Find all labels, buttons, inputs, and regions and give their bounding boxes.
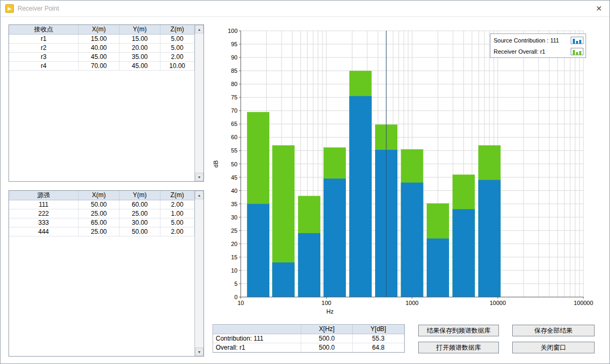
header-cell: Y(m) [120, 25, 160, 34]
table-cell[interactable]: 60.00 [120, 200, 160, 209]
cursor-readout-table: X[Hz]Y[dB] Contribution: 111500.055.3Ove… [213, 324, 405, 353]
table-cell[interactable]: 25.00 [79, 227, 120, 236]
table-cell[interactable]: 2.00 [160, 200, 194, 209]
table-cell[interactable]: 45.00 [79, 53, 120, 62]
table-cell[interactable]: 222 [9, 209, 79, 218]
scroll-down-icon[interactable]: ▼ [195, 173, 204, 181]
table-cell[interactable]: r4 [9, 62, 79, 71]
table-cell[interactable]: r3 [9, 53, 79, 62]
window-title: Receiver Point [18, 5, 59, 12]
table-cell[interactable]: 50.00 [120, 227, 160, 236]
table-row[interactable]: 11150.0060.002.00 [9, 200, 194, 209]
table-cell[interactable]: 1.00 [160, 209, 194, 218]
save-all-results-button[interactable]: 保存全部结果 [512, 325, 595, 336]
table-cell[interactable]: 2.00 [160, 227, 194, 236]
x-tick-label: 10000 [489, 300, 506, 306]
readout-header: X[Hz]Y[dB] [213, 325, 404, 334]
source-table-header: 源强X(m)Y(m)Z(m) [9, 191, 194, 200]
table-row[interactable]: 22225.0025.001.00 [9, 209, 194, 218]
spectrum-chart[interactable]: 0510152025303540455055606570758085909510… [212, 22, 608, 327]
header-cell: X(m) [79, 25, 120, 34]
save-to-spectrum-db-button[interactable]: 结果保存到频谱数据库 [418, 325, 499, 336]
table-cell[interactable]: 10.00 [160, 62, 194, 71]
header-cell: X(m) [79, 191, 120, 200]
bar-segment [478, 180, 501, 297]
table-cell[interactable]: 65.00 [79, 218, 120, 227]
y-tick-label: 35 [231, 201, 238, 207]
table-cell[interactable]: 35.00 [120, 53, 160, 62]
legend-item[interactable]: Receiver Overall: r1 [490, 46, 586, 57]
readout-body: Contribution: 111500.055.3Overall: r1500… [213, 334, 404, 352]
table-row[interactable]: r470.0045.0010.00 [9, 62, 194, 71]
legend-label: Receiver Overall: r1 [494, 48, 545, 55]
table-cell[interactable]: 15.00 [79, 35, 120, 44]
table-cell[interactable]: 45.00 [120, 62, 160, 71]
scroll-up-icon[interactable]: ▲ [195, 191, 204, 199]
legend-plot-icon [571, 48, 583, 55]
bar-segment [272, 263, 294, 297]
table-cell[interactable]: 50.00 [79, 200, 120, 209]
table-row[interactable]: r345.0035.002.00 [9, 53, 194, 62]
table-cell[interactable]: r1 [9, 35, 79, 44]
chart-plot-area[interactable]: 0510152025303540455055606570758085909510… [212, 22, 608, 327]
table-row[interactable]: r240.0020.005.00 [9, 44, 194, 53]
y-tick-label: 100 [228, 28, 238, 34]
table-cell[interactable]: 15.00 [120, 35, 160, 44]
vertical-scrollbar[interactable]: ▲ ▼ [194, 25, 204, 181]
x-tick-label: 1000 [405, 300, 418, 306]
table-cell[interactable]: 5.00 [160, 44, 194, 53]
source-table-body[interactable]: 11150.0060.002.0022225.0025.001.0033365.… [9, 200, 194, 236]
bar-segment [427, 239, 449, 297]
table-row[interactable]: 33365.0030.005.00 [9, 218, 194, 227]
chart-legend[interactable]: Source Contribution : 111Receiver Overal… [490, 33, 586, 58]
table-cell[interactable]: 40.00 [79, 44, 120, 53]
scroll-up-icon[interactable]: ▲ [195, 25, 204, 33]
scrollbar-track[interactable] [195, 33, 204, 173]
table-row[interactable]: 44425.0050.002.00 [9, 227, 194, 236]
receiver-points-table[interactable]: 接收点X(m)Y(m)Z(m) r115.0015.005.00r240.002… [9, 24, 204, 182]
table-cell[interactable]: 111 [9, 200, 79, 209]
scrollbar-track[interactable] [195, 199, 204, 348]
legend-item[interactable]: Source Contribution : 111 [490, 35, 586, 46]
table-cell[interactable]: 30.00 [120, 218, 160, 227]
y-tick-label: 90 [231, 54, 238, 61]
y-tick-label: 65 [231, 121, 238, 127]
table-cell[interactable]: 25.00 [120, 209, 160, 218]
y-tick-label: 50 [231, 161, 238, 167]
table-cell[interactable]: 70.00 [79, 62, 120, 71]
window-titlebar[interactable]: ▶ Receiver Point ✕ [1, 1, 609, 17]
x-tick-label: 100000 [574, 300, 594, 306]
readout-cell: 500.0 [301, 334, 353, 343]
bar-segment [349, 96, 371, 297]
vertical-scrollbar[interactable]: ▲ ▼ [194, 191, 204, 356]
bar-segment [324, 179, 346, 297]
y-tick-label: 95 [231, 41, 238, 47]
open-spectrum-db-button[interactable]: 打开频谱数据库 [418, 342, 499, 353]
readout-cell: 500.0 [301, 343, 353, 352]
readout-cell: Contribution: 111 [213, 334, 301, 343]
receiver-table-body[interactable]: r115.0015.005.00r240.0020.005.00r345.003… [9, 35, 194, 71]
source-strength-table[interactable]: 源强X(m)Y(m)Z(m) 11150.0060.002.0022225.00… [9, 190, 204, 357]
y-axis-label: dB [213, 160, 219, 167]
readout-header-cell [213, 325, 301, 334]
table-cell[interactable]: 5.00 [160, 35, 194, 44]
table-cell[interactable]: 25.00 [79, 209, 120, 218]
bar-segment [298, 233, 320, 297]
table-cell[interactable]: 5.00 [160, 218, 194, 227]
x-axis-label: Hz [326, 308, 333, 315]
scroll-down-icon[interactable]: ▼ [195, 348, 204, 356]
receiver-table-header: 接收点X(m)Y(m)Z(m) [9, 25, 194, 35]
receiver-point-window: ▶ Receiver Point ✕ 接收点X(m)Y(m)Z(m) r115.… [0, 0, 610, 364]
readout-header-cell: Y[dB] [353, 325, 404, 334]
close-icon[interactable]: ✕ [596, 4, 602, 13]
legend-label: Source Contribution : 111 [494, 37, 559, 44]
table-cell[interactable]: r2 [9, 44, 79, 53]
close-window-button[interactable]: 关闭窗口 [512, 342, 595, 353]
table-cell[interactable]: 20.00 [120, 44, 160, 53]
table-cell[interactable]: 333 [9, 218, 79, 227]
table-cell[interactable]: 2.00 [160, 53, 194, 62]
table-cell[interactable]: 444 [9, 227, 79, 236]
header-cell: 接收点 [9, 25, 79, 34]
y-tick-label: 70 [231, 107, 238, 114]
table-row[interactable]: r115.0015.005.00 [9, 35, 194, 44]
